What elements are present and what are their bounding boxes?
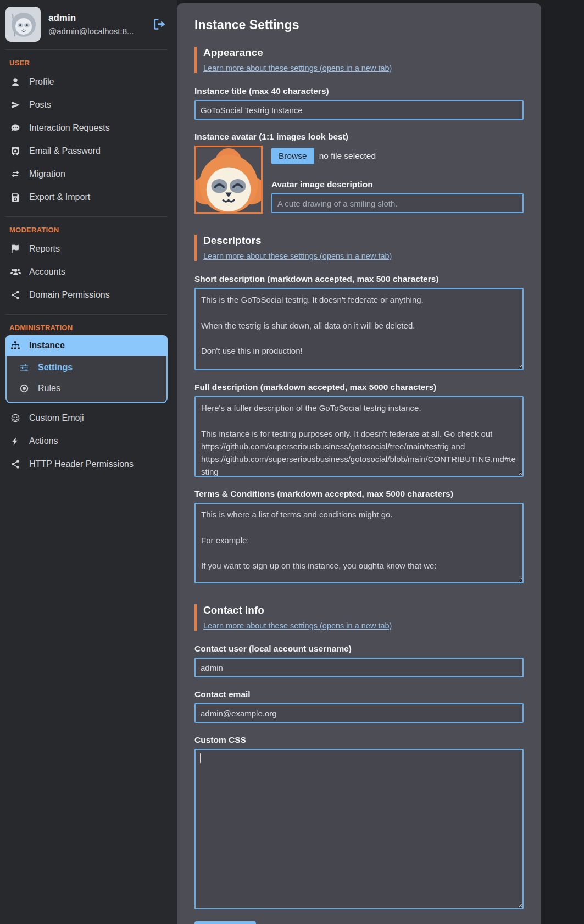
contact-user-field: Contact user (local account username) <box>194 644 524 677</box>
section-title: Appearance <box>203 47 524 59</box>
section-title: Contact info <box>203 604 524 616</box>
sidebar-item-label: Export & Import <box>29 192 90 202</box>
terms-textarea[interactable]: This is where a list of terms and condit… <box>194 503 524 583</box>
section-contact-info: Contact info Learn more about these sett… <box>194 604 524 631</box>
sidebar-item-custom-emoji[interactable]: Custom Emoji <box>5 407 168 430</box>
sign-out-icon[interactable] <box>152 17 166 31</box>
comment-dots-icon <box>10 123 21 133</box>
sidebar-item-rules[interactable]: Rules <box>7 378 166 399</box>
nav-section-administration: ADMINISTRATION <box>9 324 168 332</box>
learn-more-link[interactable]: Learn more about these settings (opens i… <box>203 621 392 630</box>
floppy-disk-icon <box>10 192 21 202</box>
share-nodes-icon <box>10 459 21 469</box>
learn-more-link[interactable]: Learn more about these settings (opens i… <box>203 252 392 260</box>
short-description-field: Short description (markdown accepted, ma… <box>194 274 524 370</box>
instance-title-input[interactable] <box>194 100 524 120</box>
field-label: Custom CSS <box>194 735 524 745</box>
share-nodes-icon <box>10 290 21 300</box>
field-label: Full description (markdown accepted, max… <box>194 382 524 392</box>
contact-email-input[interactable] <box>194 703 524 723</box>
divider <box>5 49 168 50</box>
field-label: Contact user (local account username) <box>194 644 524 654</box>
user-icon <box>10 77 21 87</box>
section-appearance: Appearance Learn more about these settin… <box>194 47 524 73</box>
instance-settings-panel: Instance Settings Appearance Learn more … <box>177 3 541 924</box>
save-button[interactable]: Save <box>194 921 256 924</box>
field-label: Contact email <box>194 689 524 699</box>
sidebar-item-label: Migration <box>29 169 65 179</box>
sliders-icon <box>19 363 30 372</box>
nav-section-user: USER <box>9 59 168 67</box>
sidebar-item-domain-permissions[interactable]: Domain Permissions <box>5 283 168 307</box>
section-title: Descriptors <box>203 235 524 247</box>
avatar-description-input[interactable] <box>271 193 524 213</box>
sloth-avatar-large <box>196 147 261 212</box>
nav-section-moderation: MODERATION <box>9 226 168 234</box>
user-name: admin <box>48 13 144 24</box>
terms-field: Terms & Conditions (markdown accepted, m… <box>194 489 524 583</box>
browse-button[interactable]: Browse <box>271 148 314 164</box>
sloth-avatar-small <box>5 7 41 42</box>
user-card: admin @admin@localhost:8... <box>5 5 168 49</box>
sidebar-item-label: HTTP Header Permissions <box>29 459 134 469</box>
instance-avatar-image <box>194 146 263 214</box>
sidebar-item-label: Instance <box>29 341 65 350</box>
page-title: Instance Settings <box>194 18 524 32</box>
sidebar-item-label: Accounts <box>29 267 65 277</box>
user-meta: admin @admin@localhost:8... <box>48 13 144 36</box>
sidebar-item-interaction-requests[interactable]: Interaction Requests <box>5 116 168 140</box>
field-label: Terms & Conditions (markdown accepted, m… <box>194 489 524 499</box>
short-description-textarea[interactable]: This is the GoToSocial testrig. It doesn… <box>194 288 524 370</box>
sidebar-item-accounts[interactable]: Accounts <box>5 260 168 283</box>
sidebar-item-email-password[interactable]: Email & Password <box>5 140 168 163</box>
sidebar-item-label: Settings <box>38 363 73 372</box>
field-label: Short description (markdown accepted, ma… <box>194 274 524 284</box>
flag-icon <box>10 244 21 254</box>
sidebar-item-posts[interactable]: Posts <box>5 93 168 116</box>
sidebar-item-http-header-permissions[interactable]: HTTP Header Permissions <box>5 453 168 476</box>
sidebar-item-label: Interaction Requests <box>29 123 110 133</box>
section-descriptors: Descriptors Learn more about these setti… <box>194 235 524 261</box>
sidebar-item-actions[interactable]: Actions <box>5 430 168 453</box>
user-avatar <box>5 7 41 42</box>
file-status-text: no file selected <box>319 151 376 161</box>
sidebar-item-label: Domain Permissions <box>29 290 110 300</box>
custom-css-field: Custom CSS <box>194 735 524 909</box>
field-label: Avatar image description <box>271 180 524 190</box>
learn-more-link[interactable]: Learn more about these settings (opens i… <box>203 64 392 73</box>
instance-avatar-field: Instance avatar (1:1 images look best) <box>194 132 524 214</box>
sidebar-item-label: Rules <box>38 383 60 393</box>
bolt-icon <box>10 436 21 446</box>
divider <box>5 216 168 217</box>
sidebar-item-reports[interactable]: Reports <box>5 237 168 260</box>
full-description-field: Full description (markdown accepted, max… <box>194 382 524 477</box>
circle-dot-icon <box>19 383 30 393</box>
full-description-textarea[interactable]: Here's a fuller description of the GoToS… <box>194 396 524 477</box>
sidebar-item-label: Posts <box>29 100 51 110</box>
sidebar-item-label: Email & Password <box>29 146 101 156</box>
contact-email-field: Contact email <box>194 689 524 723</box>
divider <box>5 314 168 315</box>
smile-icon <box>10 413 21 423</box>
users-icon <box>10 267 21 277</box>
sidebar-item-label: Custom Emoji <box>29 413 84 423</box>
instance-submenu: Settings Rules <box>5 356 168 403</box>
vault-icon <box>10 146 21 156</box>
custom-css-textarea[interactable] <box>194 749 524 909</box>
sidebar-item-settings[interactable]: Settings <box>7 357 166 378</box>
sidebar-item-label: Actions <box>29 436 58 446</box>
contact-user-input[interactable] <box>194 658 524 677</box>
sidebar-item-instance[interactable]: Instance <box>5 335 168 356</box>
paper-plane-icon <box>10 100 21 110</box>
field-label: Instance title (max 40 characters) <box>194 86 524 96</box>
sidebar: admin @admin@localhost:8... USER Profile… <box>0 0 177 924</box>
sidebar-item-label: Profile <box>29 77 54 87</box>
sitemap-icon <box>10 341 21 350</box>
app-root: admin @admin@localhost:8... USER Profile… <box>0 0 584 924</box>
sidebar-item-migration[interactable]: Migration <box>5 163 168 186</box>
sidebar-item-label: Reports <box>29 244 60 254</box>
right-left-arrows-icon <box>10 169 21 179</box>
field-label: Instance avatar (1:1 images look best) <box>194 132 524 142</box>
sidebar-item-profile[interactable]: Profile <box>5 70 168 93</box>
sidebar-item-export-import[interactable]: Export & Import <box>5 186 168 209</box>
